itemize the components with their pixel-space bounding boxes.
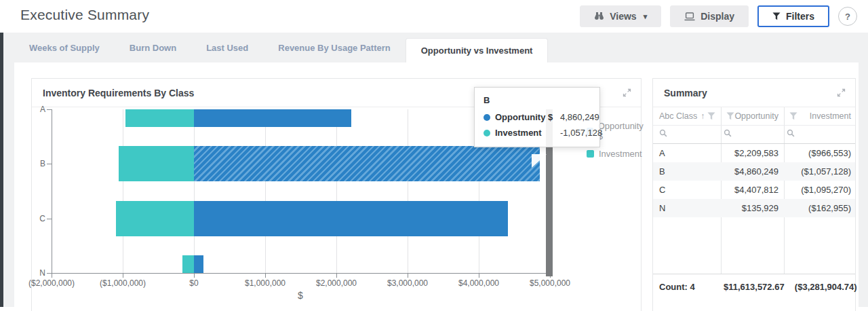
tooltip-title: B bbox=[484, 95, 591, 105]
x-axis-tick-label: ($2,000,000) bbox=[14, 278, 89, 288]
column-header-label: Investment bbox=[810, 111, 851, 121]
filter-funnel-icon[interactable] bbox=[726, 112, 734, 120]
table-footer-divider bbox=[653, 274, 855, 274]
value-axis-line bbox=[52, 273, 551, 274]
bar-opportunity-A[interactable] bbox=[194, 109, 351, 127]
views-button[interactable]: Views ▾ bbox=[580, 5, 661, 27]
cell-opportunity: $4,860,249 bbox=[721, 162, 784, 181]
column-search-input[interactable] bbox=[671, 130, 708, 139]
help-button[interactable]: ? bbox=[838, 7, 857, 26]
x-axis-tick-label: $0 bbox=[157, 278, 231, 288]
sort-asc-icon[interactable]: ↑ bbox=[701, 111, 705, 121]
category-label-N: N bbox=[32, 268, 45, 278]
gridline bbox=[123, 109, 123, 273]
app-header: Executive Summary Views ▾ Display Filter… bbox=[0, 0, 868, 33]
search-icon bbox=[659, 128, 668, 141]
table-row-N[interactable]: N$135,929($162,955) bbox=[653, 199, 855, 217]
table-row-B[interactable]: B$4,860,249($1,057,128) bbox=[653, 162, 855, 181]
search-icon bbox=[787, 128, 795, 141]
page-title: Executive Summary bbox=[20, 7, 149, 23]
bar-investment-A[interactable] bbox=[125, 109, 194, 127]
column-header-label: Opportunity bbox=[734, 111, 778, 121]
expand-icon[interactable] bbox=[623, 88, 631, 100]
summary-title: Summary bbox=[664, 88, 707, 98]
filters-button-label: Filters bbox=[786, 11, 814, 22]
search-cell bbox=[653, 126, 721, 143]
column-header-investment[interactable]: Investment bbox=[784, 107, 856, 125]
x-axis-tick bbox=[123, 274, 123, 278]
x-axis-tick-label: $2,000,000 bbox=[299, 278, 374, 288]
filters-button[interactable]: Filters bbox=[757, 5, 829, 27]
tooltip-series-dot bbox=[484, 114, 490, 121]
category-tick bbox=[47, 109, 52, 110]
footer-investment-total: ($3,281,904.74) bbox=[790, 278, 863, 296]
bar-opportunity-N[interactable] bbox=[194, 255, 203, 273]
table-row-C[interactable]: C$4,407,812($1,095,270) bbox=[653, 181, 855, 199]
filter-funnel-icon[interactable] bbox=[707, 112, 715, 120]
bar-investment-C[interactable] bbox=[116, 201, 194, 236]
category-label-A: A bbox=[32, 105, 45, 114]
right-gutter bbox=[859, 62, 868, 307]
bar-opportunity-C[interactable] bbox=[194, 201, 508, 236]
display-button[interactable]: Display bbox=[670, 5, 749, 27]
x-axis-tick-label: $1,000,000 bbox=[228, 278, 302, 288]
expand-icon[interactable] bbox=[837, 88, 846, 100]
table-header-row: Abc Class↑OpportunityInvestment bbox=[653, 107, 855, 126]
bar-investment-N[interactable] bbox=[182, 255, 194, 273]
cell-investment: ($1,095,270) bbox=[784, 181, 856, 199]
column-header-abc-class[interactable]: Abc Class↑ bbox=[653, 107, 721, 125]
tooltip-series-value: -1,057,128 bbox=[560, 128, 602, 138]
category-label-B: B bbox=[32, 159, 45, 168]
x-axis-tick-label: $3,000,000 bbox=[370, 278, 445, 288]
x-axis-tick-label: $4,000,000 bbox=[441, 278, 516, 288]
tab-last-used[interactable]: Last Used bbox=[191, 33, 263, 62]
tab-revenue-by-usage-pattern[interactable]: Revenue By Usage Pattern bbox=[263, 33, 405, 62]
display-button-label: Display bbox=[701, 11, 734, 22]
x-axis-tick bbox=[479, 274, 479, 278]
cell-class: N bbox=[653, 199, 721, 217]
category-label-C: C bbox=[32, 214, 45, 223]
tooltip-row: Opportunity $4,860,249 bbox=[484, 112, 591, 122]
x-axis-tick bbox=[194, 274, 195, 278]
views-button-label: Views bbox=[610, 11, 636, 22]
gridline bbox=[265, 109, 266, 273]
category-axis-line bbox=[52, 109, 52, 273]
chevron-down-icon: ▾ bbox=[644, 12, 648, 21]
category-tick bbox=[47, 164, 52, 164]
summary-table: Abc Class↑OpportunityInvestmentA$2,209,5… bbox=[653, 107, 855, 311]
bar-opportunity-B[interactable] bbox=[194, 146, 540, 181]
x-axis-tick-label: ($1,000,000) bbox=[85, 278, 160, 288]
x-axis-title: $ bbox=[267, 290, 334, 301]
x-axis-tick bbox=[52, 274, 52, 278]
category-tick bbox=[47, 273, 52, 274]
tab-opportunity-vs-investment[interactable]: Opportunity vs Investment bbox=[406, 38, 549, 62]
tooltip-series-label: Investment bbox=[495, 128, 560, 138]
column-search-input[interactable] bbox=[798, 130, 835, 139]
column-search-input[interactable] bbox=[735, 130, 772, 139]
summary-panel: Summary Abc Class↑OpportunityInvestmentA… bbox=[652, 78, 856, 311]
cell-opportunity: $4,407,812 bbox=[721, 181, 784, 199]
summary-panel-header: Summary bbox=[653, 79, 855, 107]
filter-funnel-icon[interactable] bbox=[789, 112, 797, 120]
footer-opportunity-total: $11,613,572.67 bbox=[721, 278, 790, 296]
legend-label: Opportunity $ bbox=[598, 121, 645, 141]
tab-burn-down[interactable]: Burn Down bbox=[115, 33, 191, 62]
cell-class: A bbox=[653, 144, 721, 162]
chart-panel: Inventory Requirements By Class $ Opport… bbox=[31, 78, 642, 311]
tooltip-series-dot bbox=[484, 130, 490, 136]
bar-investment-B[interactable] bbox=[119, 146, 194, 181]
column-header-opportunity[interactable]: Opportunity bbox=[721, 107, 784, 125]
footer-count: Count: 4 bbox=[653, 278, 721, 296]
cell-opportunity: $135,929 bbox=[721, 199, 784, 217]
tab-weeks-of-supply[interactable]: Weeks of Supply bbox=[14, 33, 115, 62]
table-row-A[interactable]: A$2,209,583($966,553) bbox=[653, 144, 855, 162]
tooltip-series-label: Opportunity $ bbox=[495, 112, 560, 122]
legend-label: Investment bbox=[599, 149, 642, 159]
tab-strip: Weeks of SupplyBurn DownLast UsedRevenue… bbox=[0, 33, 868, 62]
x-axis-tick bbox=[336, 274, 337, 278]
tooltip-row: Investment-1,057,128 bbox=[484, 128, 591, 138]
legend-item-investment[interactable]: Investment bbox=[587, 149, 644, 159]
x-axis-tick bbox=[408, 274, 408, 278]
cell-investment: ($162,955) bbox=[784, 199, 856, 217]
search-icon bbox=[724, 128, 732, 141]
